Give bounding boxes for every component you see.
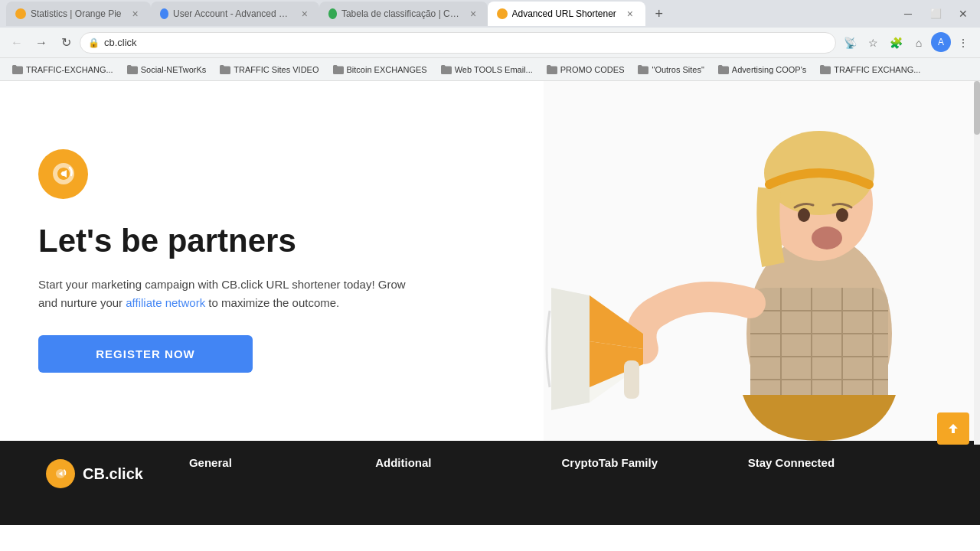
folder-icon-8 — [718, 65, 729, 74]
tab-close-1[interactable]: × — [129, 8, 142, 20]
footer-columns: General Additional CryptoTab Family Stay… — [189, 456, 934, 474]
bookmark-label-1: TRAFFIC-EXCHANG... — [26, 65, 113, 74]
logo-circle — [38, 149, 88, 199]
address-text: cb.click — [104, 37, 137, 48]
page-content: Let's be partners Start your marketing c… — [0, 81, 980, 533]
tab-close-4[interactable]: × — [624, 8, 636, 20]
bookmark-traffic-exchang[interactable]: TRAFFIC-EXCHANG... — [6, 63, 119, 77]
svg-rect-5 — [750, 288, 888, 410]
bookmark-traffic-exchang2[interactable]: TRAFFIC EXCHANG... — [814, 63, 926, 77]
footer-column-title-3: CryptoTab Family — [561, 456, 747, 469]
bookmark-label-9: TRAFFIC EXCHANG... — [834, 65, 920, 74]
tab-favicon-1 — [15, 8, 26, 19]
nav-icons: 📡 ☆ 🧩 ⌂ A ⋮ — [839, 32, 974, 54]
footer-column-social: Stay Connected — [748, 456, 934, 474]
home-icon[interactable]: ⌂ — [908, 32, 929, 54]
bookmark-star-icon[interactable]: ☆ — [862, 32, 884, 54]
tab-advanced-url[interactable]: Advanced URL Shortener × — [488, 2, 645, 26]
forward-button[interactable]: → — [31, 32, 52, 54]
close-button[interactable]: ✕ — [952, 3, 974, 24]
footer-logo-icon — [52, 465, 69, 482]
minimize-button[interactable]: ─ — [897, 3, 919, 24]
address-bar[interactable]: 🔒 cb.click — [80, 32, 836, 54]
folder-icon-2 — [127, 65, 138, 74]
tab-tabela[interactable]: Tabela de classificação | CryptoTa... × — [319, 2, 488, 26]
tab-favicon-2 — [160, 8, 168, 19]
footer-column-title-4: Stay Connected — [748, 456, 934, 469]
footer-logo-circle — [46, 459, 75, 488]
bookmark-label-7: "Outros Sites" — [652, 65, 704, 74]
bookmark-promo[interactable]: PROMO CODES — [541, 63, 631, 77]
folder-icon-6 — [547, 65, 557, 74]
tab-label-3: Tabela de classificação | CryptoTa... — [341, 8, 461, 19]
folder-icon-4 — [333, 65, 344, 74]
svg-point-0 — [61, 171, 66, 176]
bookmark-label-5: Web TOOLS Email... — [455, 65, 533, 74]
tab-favicon-4 — [497, 8, 508, 19]
bookmark-label-8: Advertising COOP's — [732, 65, 806, 74]
hero-right — [539, 81, 980, 441]
profile-icon[interactable]: A — [931, 32, 951, 52]
bookmarks-bar: TRAFFIC-EXCHANG... Social-NETworKs TRAFF… — [0, 58, 980, 81]
bookmark-label-4: Bitcoin EXCHANGES — [347, 65, 427, 74]
affiliate-link[interactable]: affiliate network — [126, 296, 205, 309]
footer-column-title-1: General — [189, 456, 375, 469]
hero-subtitle: Start your marketing campaign with CB.cl… — [38, 276, 421, 312]
hero-illustration — [544, 81, 980, 441]
scroll-to-top-button[interactable] — [937, 412, 969, 445]
folder-icon-9 — [820, 65, 831, 74]
footer-column-additional: Additional — [375, 456, 561, 474]
tab-statistics[interactable]: Statistics | Orange Pie × — [6, 2, 151, 26]
bookmark-label-3: TRAFFIC Sites VIDEO — [234, 65, 318, 74]
svg-point-16 — [798, 208, 810, 222]
lock-icon: 🔒 — [88, 37, 100, 48]
folder-icon-5 — [441, 65, 452, 74]
title-bar: Statistics | Orange Pie × User Account -… — [0, 0, 980, 28]
tab-user-account[interactable]: User Account - Advanced URL Sh... × — [151, 2, 319, 26]
maximize-button[interactable]: ⬜ — [925, 3, 946, 24]
browser-chrome: Statistics | Orange Pie × User Account -… — [0, 0, 980, 81]
svg-point-17 — [836, 208, 848, 222]
footer-column-title-2: Additional — [375, 456, 561, 469]
hero-section: Let's be partners Start your marketing c… — [0, 81, 980, 441]
back-button[interactable]: ← — [6, 32, 28, 54]
svg-rect-14 — [624, 360, 639, 399]
bookmark-social[interactable]: Social-NETworKs — [121, 63, 213, 77]
folder-icon-7 — [638, 65, 648, 74]
scrollbar-track — [974, 81, 980, 445]
footer: CB.click General Additional CryptoTab Fa… — [0, 441, 980, 525]
new-tab-button[interactable]: + — [648, 3, 670, 24]
bookmark-label-6: PROMO CODES — [560, 65, 625, 74]
folder-icon — [12, 65, 23, 74]
scrollbar-thumb[interactable] — [974, 81, 980, 135]
tab-label-2: User Account - Advanced URL Sh... — [173, 8, 292, 19]
tab-close-2[interactable]: × — [299, 8, 309, 20]
bookmark-web-tools[interactable]: Web TOOLS Email... — [435, 63, 539, 77]
menu-icon[interactable]: ⋮ — [952, 32, 974, 54]
bookmark-traffic-video[interactable]: TRAFFIC Sites VIDEO — [214, 63, 325, 77]
logo-icon — [50, 160, 77, 187]
footer-brand-name: CB.click — [83, 465, 143, 483]
tab-close-3[interactable]: × — [468, 8, 478, 20]
extensions-icon[interactable]: 🧩 — [885, 32, 906, 54]
folder-icon-3 — [220, 65, 230, 74]
hero-title: Let's be partners — [38, 222, 501, 260]
tab-label-1: Statistics | Orange Pie — [31, 8, 122, 19]
cast-icon[interactable]: 📡 — [839, 32, 861, 54]
register-now-button[interactable]: REGISTER NOW — [38, 335, 253, 373]
footer-column-cryptotab: CryptoTab Family — [561, 456, 747, 474]
tab-favicon-3 — [328, 8, 337, 19]
footer-brand: CB.click — [46, 459, 143, 488]
subtitle-text-2: to maximize the outcome. — [205, 296, 339, 309]
nav-bar: ← → ↻ 🔒 cb.click 📡 ☆ 🧩 ⌂ A ⋮ — [0, 28, 980, 58]
hero-left: Let's be partners Start your marketing c… — [0, 81, 539, 441]
tab-label-4: Advanced URL Shortener — [512, 8, 616, 19]
bookmark-outros[interactable]: "Outros Sites" — [632, 63, 710, 77]
bookmark-advertising[interactable]: Advertising COOP's — [712, 63, 812, 77]
svg-point-15 — [812, 227, 842, 249]
bookmark-label-2: Social-NETworKs — [141, 65, 207, 74]
bookmark-bitcoin[interactable]: Bitcoin EXCHANGES — [327, 63, 433, 77]
scroll-top-arrow-icon — [946, 421, 961, 436]
footer-column-general: General — [189, 456, 375, 474]
refresh-button[interactable]: ↻ — [55, 32, 77, 54]
